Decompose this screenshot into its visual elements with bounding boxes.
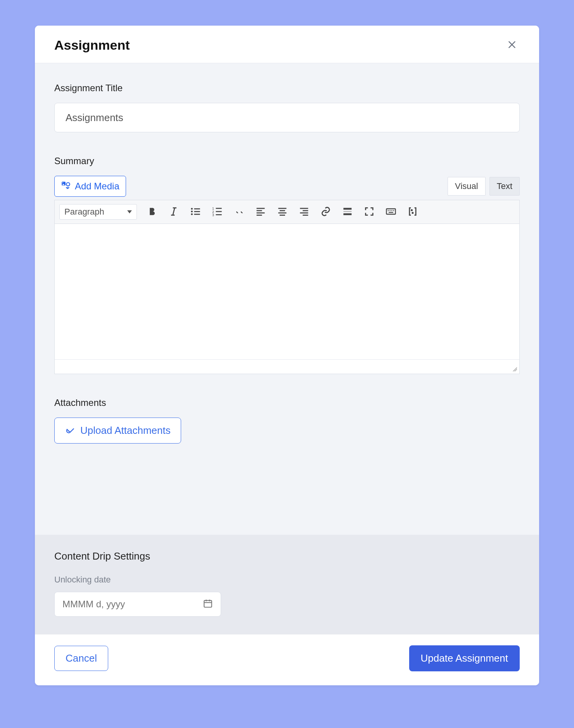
svg-line-6 bbox=[173, 208, 175, 215]
blockquote-button[interactable] bbox=[232, 205, 246, 218]
svg-text:3: 3 bbox=[212, 213, 214, 217]
summary-field-group: Summary Add Media bbox=[54, 156, 520, 374]
unlocking-date-label: Unlocking date bbox=[54, 575, 520, 585]
link-button[interactable] bbox=[319, 205, 332, 218]
cancel-button[interactable]: Cancel bbox=[54, 646, 108, 671]
svg-rect-31 bbox=[344, 208, 352, 210]
svg-rect-23 bbox=[278, 208, 287, 209]
svg-rect-11 bbox=[194, 211, 200, 212]
numbered-list-icon: 123 bbox=[212, 206, 223, 218]
close-button[interactable] bbox=[504, 37, 520, 53]
svg-rect-20 bbox=[257, 210, 262, 211]
svg-rect-42 bbox=[204, 600, 212, 607]
align-right-icon bbox=[299, 206, 309, 218]
toolbar-toggle-button[interactable] bbox=[384, 205, 398, 218]
svg-rect-27 bbox=[300, 208, 308, 209]
media-icon bbox=[61, 180, 71, 192]
read-more-icon bbox=[342, 206, 353, 218]
svg-rect-12 bbox=[194, 213, 200, 215]
svg-rect-33 bbox=[344, 213, 352, 215]
link-icon bbox=[320, 206, 331, 218]
italic-icon bbox=[168, 206, 179, 218]
modal-title: Assignment bbox=[54, 38, 130, 53]
svg-rect-29 bbox=[300, 212, 308, 213]
upload-attachments-label: Upload Attachments bbox=[80, 425, 171, 437]
close-icon bbox=[507, 40, 517, 51]
title-label: Assignment Title bbox=[54, 83, 520, 94]
svg-rect-32 bbox=[344, 211, 352, 211]
svg-rect-34 bbox=[386, 209, 395, 214]
read-more-button[interactable] bbox=[341, 205, 354, 218]
numbered-list-button[interactable]: 123 bbox=[211, 205, 224, 218]
svg-rect-26 bbox=[280, 215, 285, 216]
tab-text[interactable]: Text bbox=[489, 177, 520, 196]
unlocking-date-input[interactable] bbox=[62, 599, 203, 610]
tab-visual[interactable]: Visual bbox=[448, 177, 486, 196]
update-assignment-button[interactable]: Update Assignment bbox=[409, 645, 520, 671]
svg-point-7 bbox=[191, 208, 193, 210]
svg-rect-22 bbox=[257, 215, 262, 216]
svg-rect-25 bbox=[278, 212, 287, 213]
svg-rect-17 bbox=[216, 211, 222, 212]
attachments-field-group: Attachments Upload Attachments bbox=[54, 397, 520, 444]
editor-view-tabs: Visual Text bbox=[448, 177, 520, 196]
svg-point-9 bbox=[191, 213, 193, 215]
rich-text-editor: Paragraph 123 bbox=[54, 200, 520, 374]
unlocking-date-field[interactable] bbox=[54, 592, 221, 617]
svg-point-3 bbox=[62, 182, 63, 183]
shortcode-icon bbox=[407, 206, 418, 218]
svg-rect-30 bbox=[303, 215, 308, 216]
quote-icon bbox=[233, 206, 244, 218]
svg-rect-16 bbox=[216, 208, 222, 209]
editor-textarea[interactable] bbox=[55, 224, 519, 360]
italic-button[interactable] bbox=[167, 205, 180, 218]
svg-rect-28 bbox=[303, 210, 308, 211]
fullscreen-icon bbox=[364, 206, 375, 218]
modal-footer: Cancel Update Assignment bbox=[35, 634, 539, 685]
add-media-label: Add Media bbox=[75, 181, 119, 192]
format-select[interactable]: Paragraph bbox=[59, 204, 137, 220]
modal-header: Assignment bbox=[35, 26, 539, 63]
bullet-list-button[interactable] bbox=[189, 205, 202, 218]
bold-icon bbox=[147, 206, 157, 218]
svg-point-40 bbox=[411, 210, 412, 210]
chevron-down-icon bbox=[127, 210, 132, 213]
align-left-button[interactable] bbox=[254, 205, 267, 218]
modal-body: Assignment Title Summary bbox=[35, 63, 539, 535]
summary-label: Summary bbox=[54, 156, 520, 166]
assignment-title-input[interactable] bbox=[54, 103, 520, 132]
content-drip-title: Content Drip Settings bbox=[54, 550, 520, 562]
summary-controls: Add Media Visual Text bbox=[54, 176, 520, 197]
bold-button[interactable] bbox=[145, 205, 159, 218]
bullet-list-icon bbox=[190, 206, 201, 218]
upload-attachments-button[interactable]: Upload Attachments bbox=[54, 418, 181, 444]
svg-point-8 bbox=[191, 210, 193, 212]
add-media-button[interactable]: Add Media bbox=[54, 176, 126, 197]
align-center-button[interactable] bbox=[276, 205, 289, 218]
align-left-icon bbox=[255, 206, 266, 218]
svg-rect-21 bbox=[257, 212, 265, 213]
svg-rect-10 bbox=[194, 208, 200, 209]
svg-rect-19 bbox=[257, 208, 265, 209]
editor-statusbar[interactable] bbox=[55, 360, 519, 374]
paperclip-icon bbox=[65, 424, 75, 437]
fullscreen-button[interactable] bbox=[363, 205, 376, 218]
align-center-icon bbox=[277, 206, 288, 218]
svg-rect-18 bbox=[216, 214, 222, 215]
svg-rect-24 bbox=[280, 210, 285, 211]
align-right-button[interactable] bbox=[297, 205, 311, 218]
toolbar-group: 123 bbox=[145, 205, 419, 218]
keyboard-icon bbox=[386, 206, 396, 218]
svg-point-41 bbox=[412, 212, 413, 213]
shortcode-button[interactable] bbox=[406, 205, 419, 218]
editor-toolbar: Paragraph 123 bbox=[55, 200, 519, 224]
format-select-label: Paragraph bbox=[64, 207, 104, 217]
title-field-group: Assignment Title bbox=[54, 83, 520, 132]
calendar-icon bbox=[203, 598, 213, 610]
attachments-label: Attachments bbox=[54, 397, 520, 408]
content-drip-section: Content Drip Settings Unlocking date bbox=[35, 535, 539, 634]
assignment-modal: Assignment Assignment Title Summary bbox=[35, 26, 539, 685]
